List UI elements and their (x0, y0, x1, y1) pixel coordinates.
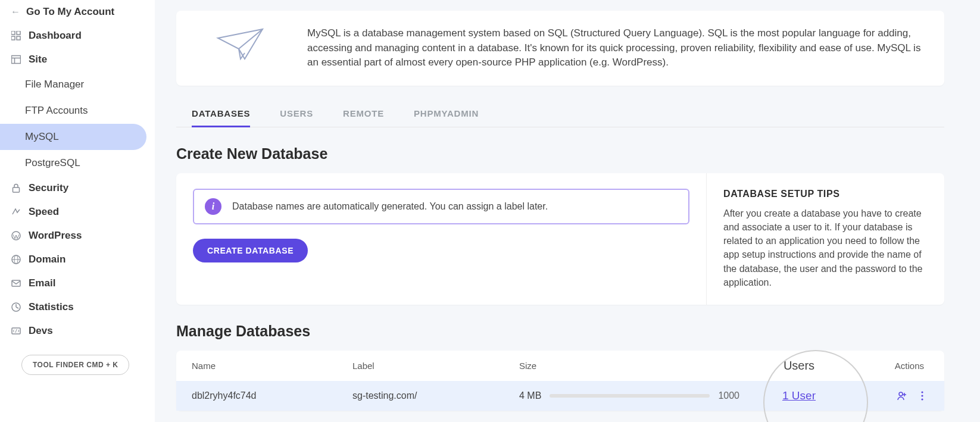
svg-rect-4 (12, 56, 21, 64)
sidebar-item-statistics[interactable]: Statistics (0, 295, 155, 319)
devs-icon (11, 326, 21, 336)
cell-name: dbl2ryhy4fc74d (192, 390, 352, 401)
intro-text: MySQL is a database management system ba… (307, 26, 926, 70)
svg-rect-3 (17, 36, 20, 40)
manage-heading: Manage Databases (176, 323, 944, 340)
email-icon (11, 278, 21, 289)
go-back-label: Go To My Account (26, 6, 114, 18)
cell-size: 4 MB 1000 (519, 390, 739, 401)
sidebar-item-mysql[interactable]: MySQL (0, 124, 146, 150)
create-heading: Create New Database (176, 145, 944, 162)
svg-rect-0 (11, 31, 15, 35)
svg-point-22 (921, 398, 923, 400)
svg-rect-12 (12, 280, 20, 286)
sidebar-label: Statistics (29, 301, 74, 313)
tips-title: DATABASE SETUP TIPS (723, 189, 928, 199)
sidebar-item-dashboard[interactable]: Dashboard (0, 24, 155, 48)
sidebar-label: Speed (29, 206, 59, 218)
table-header: Name Label Size Users Actions (176, 351, 944, 381)
col-actions: Actions (859, 361, 924, 371)
create-card: i Database names are automatically gener… (176, 173, 944, 305)
sidebar-label: Site (29, 54, 47, 65)
sidebar-item-postgresql[interactable]: PostgreSQL (0, 150, 155, 176)
sidebar-label: MySQL (25, 131, 59, 143)
tab-databases[interactable]: DATABASES (192, 102, 250, 127)
cell-label: sg-testing.com/ (352, 390, 519, 401)
sidebar-label: WordPress (29, 230, 82, 242)
svg-line-15 (16, 307, 18, 308)
col-users: Users (739, 359, 859, 373)
size-max: 1000 (718, 390, 739, 401)
tips-body: After you create a database you have to … (723, 207, 928, 289)
tabs: DATABASES USERS REMOTE PHPMYADMIN (176, 102, 944, 127)
info-text: Database names are automatically generat… (232, 201, 548, 212)
main-content: MySQL is a database management system ba… (155, 0, 980, 422)
tab-remote[interactable]: REMOTE (343, 102, 384, 127)
go-back-link[interactable]: ← Go To My Account (0, 4, 155, 24)
create-database-button[interactable]: CREATE DATABASE (193, 239, 308, 262)
svg-rect-2 (11, 36, 15, 40)
sidebar-label: File Manager (25, 79, 84, 90)
intro-card: MySQL is a database management system ba… (176, 11, 944, 86)
kebab-menu-icon[interactable] (920, 390, 924, 401)
tab-phpmyadmin[interactable]: PHPMYADMIN (414, 102, 479, 127)
info-box: i Database names are automatically gener… (193, 189, 689, 224)
tool-finder-button[interactable]: TOOL FINDER CMD + K (21, 355, 129, 375)
users-link[interactable]: 1 User (739, 389, 859, 402)
svg-point-17 (899, 392, 903, 396)
table-row: dbl2ryhy4fc74d sg-testing.com/ 4 MB 1000… (176, 381, 944, 411)
sidebar-item-ftp[interactable]: FTP Accounts (0, 98, 155, 124)
size-bar (550, 394, 710, 398)
arrow-left-icon: ← (11, 7, 20, 17)
tips-panel: DATABASE SETUP TIPS After you create a d… (706, 173, 944, 305)
sidebar: ← Go To My Account Dashboard Site File M… (0, 0, 155, 422)
sidebar-item-speed[interactable]: Speed (0, 200, 155, 224)
tool-finder-label: TOOL FINDER CMD + K (33, 361, 118, 369)
lock-icon (11, 183, 21, 193)
sidebar-label: FTP Accounts (25, 105, 88, 117)
globe-icon (11, 254, 21, 265)
svg-rect-1 (17, 31, 20, 35)
svg-point-21 (921, 395, 923, 396)
wordpress-icon (11, 230, 21, 241)
svg-rect-7 (13, 187, 20, 192)
add-user-icon[interactable] (897, 390, 907, 401)
sidebar-item-file-manager[interactable]: File Manager (0, 71, 155, 98)
cell-actions (859, 390, 924, 401)
sidebar-item-wordpress[interactable]: WordPress (0, 224, 155, 248)
sidebar-item-domain[interactable]: Domain (0, 248, 155, 271)
sidebar-label: PostgreSQL (25, 157, 80, 169)
sidebar-item-email[interactable]: Email (0, 271, 155, 295)
site-icon (11, 54, 21, 65)
sidebar-item-devs[interactable]: Devs (0, 319, 155, 343)
col-name: Name (192, 361, 352, 371)
info-icon: i (205, 198, 221, 215)
dashboard-icon (11, 30, 21, 41)
sidebar-label: Devs (29, 325, 53, 337)
tab-users[interactable]: USERS (280, 102, 313, 127)
sidebar-label: Email (29, 277, 55, 289)
create-left: i Database names are automatically gener… (176, 173, 706, 305)
sidebar-label: Domain (29, 254, 65, 265)
sidebar-item-site[interactable]: Site (0, 48, 155, 71)
sidebar-label: Dashboard (29, 30, 82, 42)
paper-plane-icon (194, 26, 289, 68)
stats-icon (11, 302, 21, 312)
databases-table: Name Label Size Users Actions dbl2ryhy4f… (176, 351, 944, 411)
speed-icon (11, 207, 21, 217)
size-value: 4 MB (519, 390, 541, 401)
col-label: Label (352, 361, 519, 371)
sidebar-item-security[interactable]: Security (0, 176, 155, 200)
svg-point-20 (921, 391, 923, 393)
col-size: Size (519, 361, 739, 371)
sidebar-label: Security (29, 182, 68, 194)
